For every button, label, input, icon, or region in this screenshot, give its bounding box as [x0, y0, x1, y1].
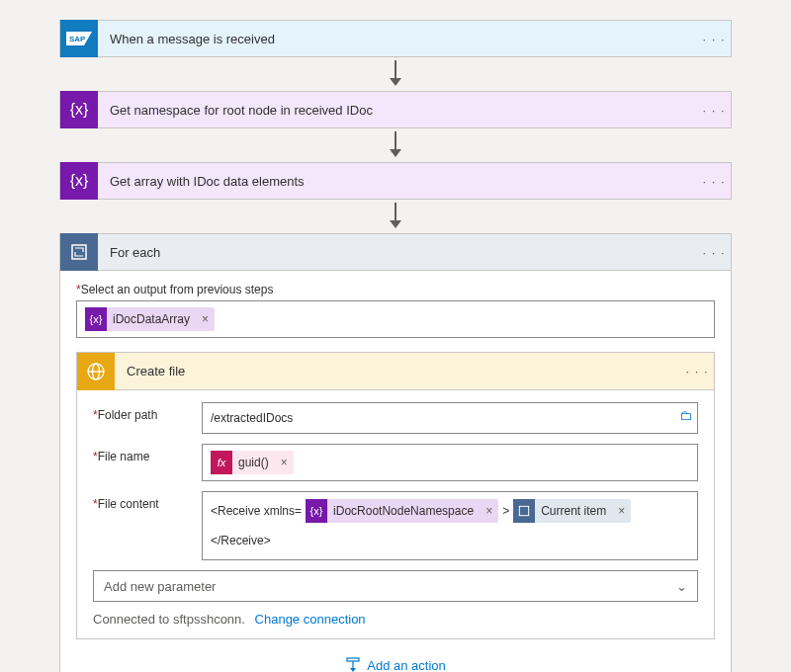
- arrow-icon: [59, 131, 732, 159]
- file-name-label: *File name: [93, 444, 202, 463]
- svg-marker-5: [390, 149, 401, 157]
- foreach-input[interactable]: {x} iDocDataArray ×: [76, 300, 715, 338]
- sftp-icon: [77, 353, 115, 390]
- add-parameter-select[interactable]: Add new parameter ⌄: [93, 570, 698, 602]
- loop-icon: [60, 233, 98, 271]
- create-file-title: Create file: [115, 364, 680, 378]
- foreach-body: *Select an output from previous steps {x…: [59, 271, 732, 672]
- variable-icon: {x}: [306, 499, 327, 523]
- svg-rect-13: [347, 658, 359, 661]
- guid-token[interactable]: fx guid() ×: [211, 451, 294, 474]
- namespace-token[interactable]: {x} iDocRootNodeNamespace ×: [306, 499, 498, 523]
- current-item-token[interactable]: Current item ×: [513, 499, 631, 523]
- remove-token[interactable]: ×: [480, 504, 498, 518]
- file-content-label: *File content: [93, 491, 202, 511]
- create-file-menu[interactable]: · · ·: [680, 364, 714, 378]
- namespace-menu[interactable]: · · ·: [697, 103, 731, 118]
- array-step[interactable]: {x} Get array with IDoc data elements · …: [59, 162, 732, 200]
- fx-icon: fx: [211, 451, 232, 474]
- file-content-input[interactable]: <Receive xmlns= {x} iDocRootNodeNamespac…: [202, 491, 698, 560]
- trigger-menu[interactable]: · · ·: [697, 32, 731, 46]
- remove-token[interactable]: ×: [612, 504, 631, 518]
- svg-marker-3: [390, 78, 401, 86]
- namespace-title: Get namespace for root node in received …: [98, 103, 697, 118]
- add-action-button[interactable]: Add an action: [76, 657, 715, 672]
- idoc-array-token[interactable]: {x} iDocDataArray ×: [85, 307, 215, 331]
- remove-token[interactable]: ×: [196, 312, 215, 326]
- svg-marker-7: [390, 220, 401, 228]
- folder-path-input[interactable]: /extractedIDocs: [202, 402, 698, 434]
- file-name-input[interactable]: fx guid() ×: [202, 444, 698, 481]
- arrow-icon: [59, 60, 732, 88]
- foreach-title: For each: [98, 245, 697, 260]
- connection-info: Connected to sftpsshconn. Change connect…: [93, 612, 698, 627]
- foreach-header[interactable]: For each · · ·: [59, 233, 732, 271]
- trigger-step[interactable]: SAP When a message is received · · ·: [59, 20, 732, 57]
- namespace-step[interactable]: {x} Get namespace for root node in recei…: [59, 91, 732, 128]
- variable-icon: {x}: [85, 307, 107, 331]
- foreach-menu[interactable]: · · ·: [697, 245, 731, 260]
- array-menu[interactable]: · · ·: [697, 174, 731, 189]
- svg-rect-8: [72, 245, 86, 259]
- sap-icon: SAP: [60, 20, 98, 57]
- chevron-down-icon: ⌄: [676, 579, 687, 594]
- select-output-label: *Select an output from previous steps: [76, 283, 715, 296]
- folder-path-label: *Folder path: [93, 402, 202, 422]
- variable-icon: {x}: [60, 162, 98, 200]
- svg-marker-15: [350, 668, 356, 672]
- create-file-header[interactable]: Create file · · ·: [77, 353, 714, 390]
- svg-rect-12: [519, 506, 528, 515]
- trigger-title: When a message is received: [98, 32, 697, 46]
- svg-text:SAP: SAP: [69, 35, 86, 43]
- create-file-card: Create file · · · *Folder path /extracte…: [76, 352, 715, 639]
- arrow-icon: [59, 203, 732, 230]
- loop-icon: [513, 499, 535, 523]
- folder-browse-icon[interactable]: 🗀: [679, 408, 692, 423]
- change-connection-link[interactable]: Change connection: [255, 612, 366, 627]
- array-title: Get array with IDoc data elements: [98, 174, 697, 189]
- variable-icon: {x}: [60, 91, 98, 128]
- remove-token[interactable]: ×: [275, 456, 294, 469]
